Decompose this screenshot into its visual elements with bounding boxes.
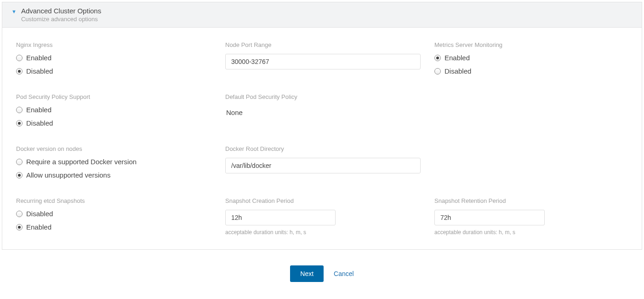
radio-label: Allow unsupported versions [26,171,110,179]
advanced-options-panel: ▼ Advanced Cluster Options Customize adv… [2,2,642,250]
pod-security-support-label: Pod Security Policy Support [16,93,211,100]
next-button[interactable]: Next [290,265,324,282]
default-pod-security-label: Default Pod Security Policy [225,93,421,100]
docker-root-dir-input[interactable] [225,158,421,173]
metrics-server-disabled-radio[interactable]: Disabled [434,67,630,75]
nginx-ingress-enabled-radio[interactable]: Enabled [16,54,211,62]
nginx-ingress-disabled-radio[interactable]: Disabled [16,67,211,75]
etcd-disabled-radio[interactable]: Disabled [16,210,211,218]
pod-security-enabled-radio[interactable]: Enabled [16,106,211,114]
radio-icon [16,107,23,113]
radio-icon [16,120,23,126]
etcd-snapshots-label: Recurring etcd Snapshots [16,197,211,204]
node-port-range-input[interactable] [225,54,421,69]
radio-icon [16,172,23,178]
snapshot-retention-help: acceptable duration units: h, m, s [434,229,630,236]
radio-icon [16,211,23,217]
node-port-range-label: Node Port Range [225,41,421,48]
footer-actions: Next Cancel [0,252,644,288]
snapshot-creation-label: Snapshot Creation Period [225,197,421,204]
snapshot-retention-input[interactable] [434,210,545,225]
metrics-server-enabled-radio[interactable]: Enabled [434,54,630,62]
snapshot-creation-help: acceptable duration units: h, m, s [225,229,421,236]
radio-icon [16,68,23,75]
disclosure-triangle-icon[interactable]: ▼ [11,9,17,14]
snapshot-retention-label: Snapshot Retention Period [434,197,630,204]
radio-icon [434,68,441,75]
radio-label: Enabled [26,106,51,114]
docker-allow-radio[interactable]: Allow unsupported versions [16,171,211,179]
radio-label: Enabled [26,223,51,231]
radio-label: Disabled [26,67,53,75]
docker-version-label: Docker version on nodes [16,145,211,152]
radio-label: Require a supported Docker version [26,158,137,166]
radio-label: Enabled [445,54,470,62]
default-pod-security-value: None [225,106,421,119]
pod-security-disabled-radio[interactable]: Disabled [16,119,211,127]
radio-label: Enabled [26,54,51,62]
radio-icon [16,159,23,165]
radio-icon [434,55,441,61]
snapshot-creation-input[interactable] [225,210,336,225]
metrics-server-label: Metrics Server Monitoring [434,41,630,48]
radio-icon [16,55,23,61]
panel-header: ▼ Advanced Cluster Options Customize adv… [2,2,642,28]
radio-label: Disabled [445,67,471,75]
docker-require-radio[interactable]: Require a supported Docker version [16,158,211,166]
panel-title: Advanced Cluster Options [21,7,101,15]
cancel-button[interactable]: Cancel [334,270,354,277]
radio-icon [16,224,23,230]
etcd-enabled-radio[interactable]: Enabled [16,223,211,231]
radio-label: Disabled [26,210,53,218]
panel-subtitle: Customize advanced options [21,16,101,23]
radio-label: Disabled [26,119,53,127]
panel-body: Nginx Ingress Enabled Disabled Node Port… [2,28,642,249]
nginx-ingress-label: Nginx Ingress [16,41,211,48]
docker-root-dir-label: Docker Root Directory [225,145,421,152]
